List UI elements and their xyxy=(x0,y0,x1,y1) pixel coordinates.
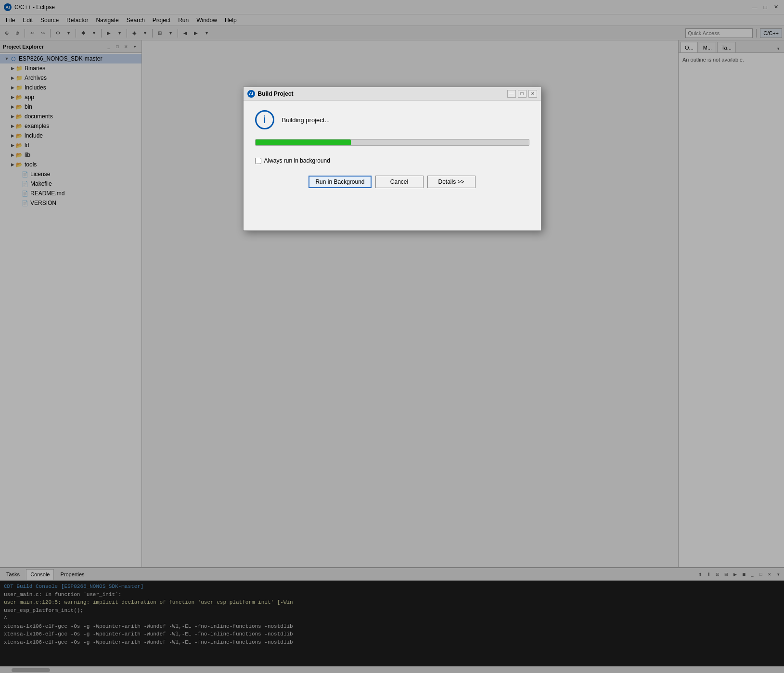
details-button[interactable]: Details >> xyxy=(427,176,476,188)
info-icon: i xyxy=(255,110,274,129)
dialog-message: Building project... xyxy=(282,116,330,124)
dialog-title: Build Project xyxy=(258,90,507,97)
progress-container xyxy=(255,139,529,146)
build-project-dialog: AI Build Project — □ ✕ i Building projec… xyxy=(243,87,541,231)
run-in-background-button[interactable]: Run in Background xyxy=(308,176,371,188)
checkbox-row: Always run in background xyxy=(255,157,529,164)
dialog-message-row: i Building project... xyxy=(255,110,529,129)
cancel-button[interactable]: Cancel xyxy=(375,176,424,188)
dialog-buttons: Run in Background Cancel Details >> xyxy=(255,176,529,188)
always-run-background-checkbox[interactable] xyxy=(255,158,261,164)
progress-bar xyxy=(256,140,351,145)
dialog-icon: AI xyxy=(247,90,255,98)
always-run-background-label: Always run in background xyxy=(264,157,330,164)
modal-overlay: AI Build Project — □ ✕ i Building projec… xyxy=(0,0,784,673)
dialog-minimize-btn[interactable]: — xyxy=(507,90,516,98)
dialog-maximize-btn[interactable]: □ xyxy=(518,90,527,98)
dialog-title-bar: AI Build Project — □ ✕ xyxy=(244,87,541,101)
dialog-close-btn[interactable]: ✕ xyxy=(528,90,537,98)
dialog-body: i Building project... Always run in back… xyxy=(244,101,541,198)
dialog-controls: — □ ✕ xyxy=(507,90,537,98)
progress-track xyxy=(255,139,529,146)
